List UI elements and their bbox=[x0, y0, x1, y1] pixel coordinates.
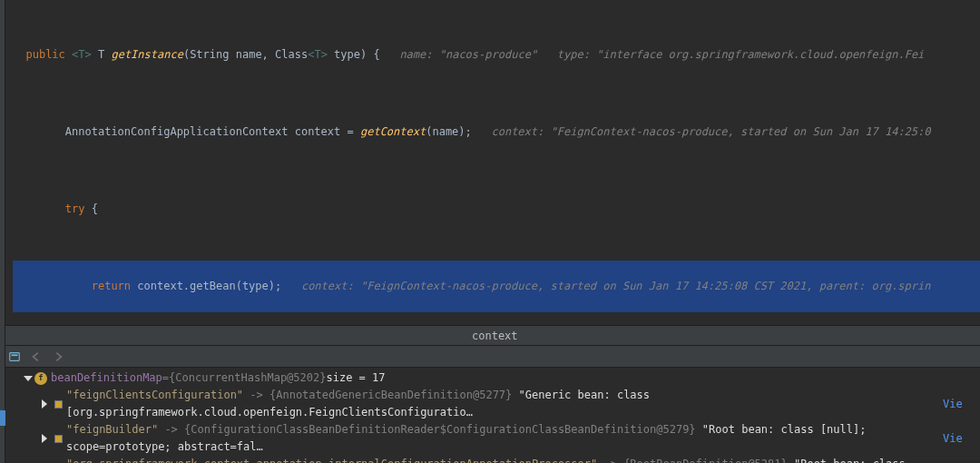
svg-rect-0 bbox=[10, 352, 20, 360]
map-key: feignBuilder bbox=[66, 423, 158, 436]
map-entry-icon bbox=[56, 437, 61, 441]
expand-toggle-icon[interactable] bbox=[42, 399, 47, 409]
code-editor[interactable]: public <T> T getInstance(String name, Cl… bbox=[5, 0, 980, 325]
code-line-3: try { bbox=[13, 183, 980, 235]
variables-tree[interactable]: f beanDefinitionMap = {ConcurrentHashMap… bbox=[5, 368, 980, 463]
tree-node-beanDefinitionMap[interactable]: f beanDefinitionMap = {ConcurrentHashMap… bbox=[24, 369, 980, 387]
map-entry-icon bbox=[56, 402, 61, 407]
field-badge-icon: f bbox=[34, 372, 47, 385]
code-line-2: AnnotationConfigApplicationContext conte… bbox=[13, 106, 980, 158]
code-line-4-current: return context.getBean(type); context: "… bbox=[13, 261, 980, 312]
code-line-1: public <T> T getInstance(String name, Cl… bbox=[13, 29, 980, 81]
map-entry[interactable]: feignClientsConfiguration -> {AnnotatedG… bbox=[24, 387, 980, 421]
debugger-variables-toolbar bbox=[0, 346, 980, 368]
view-link[interactable]: Vie bbox=[943, 430, 963, 448]
evaluate-expression-icon[interactable] bbox=[7, 350, 22, 364]
map-key: org.springframework.context.annotation.i… bbox=[66, 458, 597, 463]
map-entry[interactable]: feignBuilder -> {ConfigurationClassBeanD… bbox=[24, 421, 980, 456]
view-link[interactable]: Vie bbox=[943, 396, 963, 413]
svg-rect-1 bbox=[12, 354, 18, 356]
variable-name: beanDefinitionMap bbox=[51, 369, 162, 387]
history-back-icon[interactable] bbox=[29, 350, 44, 364]
map-entry[interactable]: org.springframework.context.annotation.i… bbox=[24, 456, 980, 463]
editor-gutter bbox=[0, 0, 5, 463]
history-forward-icon[interactable] bbox=[51, 350, 65, 364]
expand-toggle-icon[interactable] bbox=[42, 434, 47, 443]
tool-window-indicator bbox=[0, 410, 5, 426]
context-breadcrumb: context bbox=[0, 325, 980, 346]
map-key: feignClientsConfiguration bbox=[66, 389, 243, 401]
expand-toggle-icon[interactable] bbox=[24, 376, 33, 381]
